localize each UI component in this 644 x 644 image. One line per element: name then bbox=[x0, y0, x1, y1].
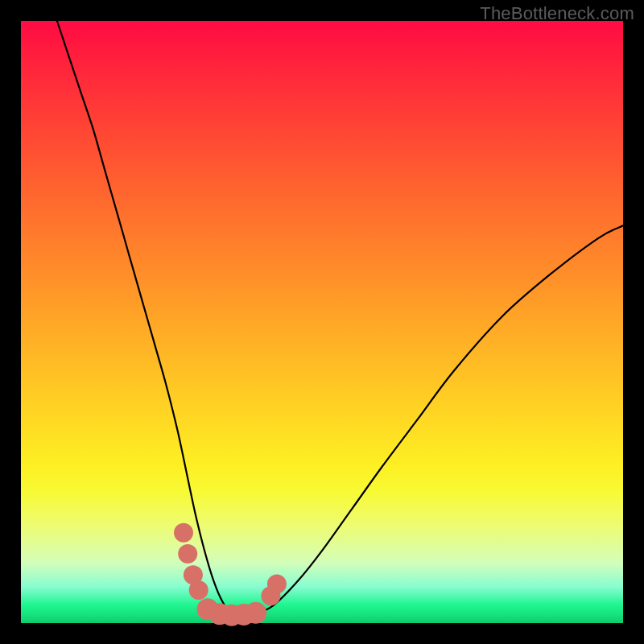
bottleneck-curve bbox=[57, 21, 623, 616]
watermark-text: TheBottleneck.com bbox=[480, 3, 634, 24]
chart-svg bbox=[21, 21, 623, 623]
curve-marker bbox=[174, 523, 193, 543]
marker-group bbox=[174, 523, 287, 626]
curve-marker bbox=[245, 602, 266, 624]
chart-frame: TheBottleneck.com bbox=[0, 0, 644, 644]
plot-area bbox=[21, 21, 623, 623]
curve-marker bbox=[267, 574, 287, 593]
curve-marker bbox=[189, 580, 208, 600]
curve-marker bbox=[178, 544, 197, 564]
